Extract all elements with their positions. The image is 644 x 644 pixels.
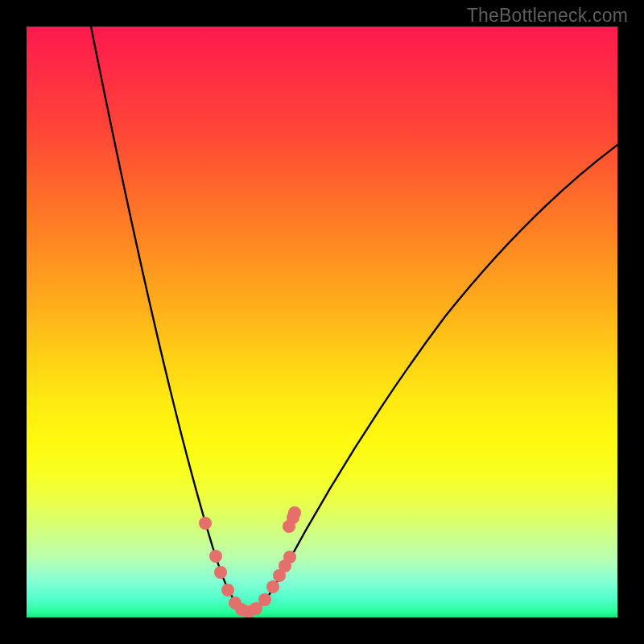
svg-point-15 [288,506,301,519]
svg-point-12 [283,551,296,564]
svg-point-1 [209,550,222,563]
svg-point-2 [214,566,227,579]
chart-frame: TheBottleneck.com [0,0,644,644]
watermark-text: TheBottleneck.com [467,5,628,27]
curve-markers [199,506,301,617]
svg-point-0 [199,517,212,530]
curve-path [91,27,617,613]
bottleneck-curve [27,27,617,617]
svg-point-9 [266,580,279,593]
svg-point-3 [221,584,234,597]
svg-point-8 [258,593,271,606]
chart-plot-area [27,27,617,617]
